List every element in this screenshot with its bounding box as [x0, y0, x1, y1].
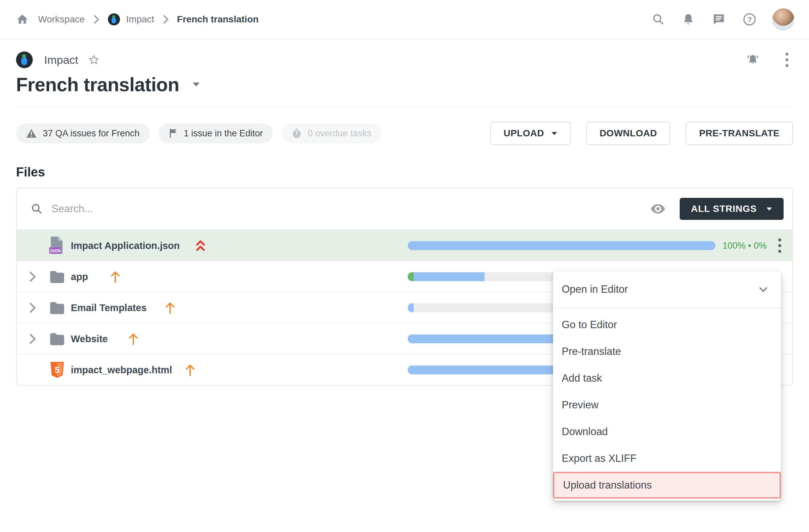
qa-issues-chip[interactable]: 37 QA issues for French — [16, 123, 150, 143]
overdue-tasks-chip-label: 0 overdue tasks — [308, 128, 372, 139]
file-context-menu: Open in Editor Go to Editor Pre-translat… — [553, 271, 781, 501]
file-name: impact_webpage.html — [71, 364, 172, 375]
project-notifications-bell-icon[interactable] — [745, 52, 760, 67]
expand-chevron-icon[interactable] — [28, 271, 36, 283]
menu-item-open-in-editor[interactable]: Open in Editor — [553, 271, 781, 308]
editor-issues-chip[interactable]: 1 issue in the Editor — [158, 123, 273, 143]
progress-bar — [408, 241, 716, 250]
json-file-icon: JSON — [49, 236, 64, 255]
title-caret-icon[interactable] — [192, 82, 200, 87]
chevron-down-icon — [758, 286, 768, 292]
chat-icon[interactable] — [712, 13, 725, 26]
caret-down-icon — [551, 132, 557, 135]
all-strings-filter-button[interactable]: ALL STRINGS — [680, 198, 784, 220]
user-avatar[interactable] — [772, 8, 794, 30]
menu-item-pre-translate[interactable]: Pre-translate — [553, 338, 781, 365]
progress-stats: 100% • 0% — [722, 240, 767, 251]
overdue-tasks-chip: 0 overdue tasks — [282, 123, 382, 143]
search-icon[interactable] — [652, 13, 665, 26]
download-button[interactable]: DOWNLOAD — [586, 122, 670, 145]
editor-issues-chip-label: 1 issue in the Editor — [184, 128, 263, 139]
action-buttons: UPLOAD DOWNLOAD PRE-TRANSLATE — [490, 122, 793, 145]
topbar-icons: ? — [635, 8, 794, 30]
breadcrumb-workspace[interactable]: Workspace — [38, 14, 85, 25]
project-header: Impact — [16, 51, 793, 68]
download-button-label: DOWNLOAD — [600, 128, 657, 139]
menu-item-add-task[interactable]: Add task — [553, 365, 781, 392]
folder-icon — [49, 332, 65, 345]
title-row: French translation — [16, 73, 793, 96]
toolbar: 37 QA issues for French 1 issue in the E… — [16, 122, 793, 145]
svg-text:JSON: JSON — [49, 248, 61, 253]
file-name: Email Templates — [71, 302, 147, 313]
files-heading: Files — [16, 165, 793, 179]
file-name: Impact Application.json — [71, 240, 180, 251]
project-logo-icon — [108, 13, 120, 26]
menu-item-export-as-xliff[interactable]: Export as XLIFF — [553, 445, 781, 472]
expand-chevron-icon[interactable] — [28, 302, 36, 314]
breadcrumb: Workspace Impact French translation — [16, 13, 259, 26]
project-name: Impact — [44, 53, 78, 67]
notifications-bell-icon[interactable] — [682, 13, 695, 26]
star-icon[interactable] — [88, 54, 100, 66]
menu-item-preview[interactable]: Preview — [553, 392, 781, 418]
header-divider — [16, 107, 793, 108]
file-row-impact-application-json[interactable]: JSON Impact Application.json 100% • 0% — [17, 229, 792, 261]
expand-chevron-icon[interactable] — [28, 333, 36, 345]
menu-items: Go to Editor Pre-translate Add task Prev… — [553, 308, 781, 499]
upload-arrow-icon — [185, 364, 196, 376]
chevron-right-icon — [162, 14, 169, 25]
caret-down-icon — [766, 207, 772, 211]
upload-button[interactable]: UPLOAD — [490, 122, 571, 145]
menu-item-go-to-editor[interactable]: Go to Editor — [553, 311, 781, 338]
top-bar: Workspace Impact French translation ? — [0, 0, 809, 39]
qa-issues-chip-label: 37 QA issues for French — [43, 128, 140, 139]
folder-icon — [49, 270, 65, 283]
chevron-right-icon — [93, 14, 100, 25]
menu-item-download[interactable]: Download — [553, 418, 781, 445]
menu-item-upload-translations[interactable]: Upload translations — [553, 472, 781, 499]
home-icon[interactable] — [16, 13, 29, 26]
project-logo[interactable] — [16, 51, 33, 68]
files-search-row: ALL STRINGS — [17, 188, 792, 229]
breadcrumb-current: French translation — [177, 14, 259, 25]
warning-triangle-icon — [26, 128, 37, 138]
upload-arrow-icon — [109, 270, 121, 283]
row-more-kebab-icon[interactable] — [778, 238, 781, 253]
upload-button-label: UPLOAD — [503, 128, 544, 139]
breadcrumb-project[interactable]: Impact — [126, 14, 154, 25]
page-title: French translation — [16, 73, 179, 96]
file-name: app — [71, 271, 88, 282]
files-search-input[interactable] — [51, 203, 650, 215]
svg-text:?: ? — [747, 15, 752, 24]
menu-header-label: Open in Editor — [562, 284, 628, 295]
all-strings-label: ALL STRINGS — [691, 204, 757, 214]
stopwatch-icon — [292, 128, 302, 139]
double-chevron-up-icon — [195, 240, 206, 252]
flag-icon — [168, 128, 178, 139]
project-more-kebab-icon[interactable] — [781, 52, 793, 68]
folder-icon — [49, 302, 65, 314]
status-chips: 37 QA issues for French 1 issue in the E… — [16, 123, 381, 143]
help-icon[interactable]: ? — [743, 13, 756, 26]
upload-arrow-icon — [128, 332, 139, 345]
search-icon — [31, 203, 43, 215]
upload-arrow-icon — [165, 302, 176, 314]
eye-icon[interactable] — [650, 204, 666, 214]
pre-translate-button[interactable]: PRE-TRANSLATE — [686, 122, 793, 145]
pre-translate-button-label: PRE-TRANSLATE — [699, 128, 779, 139]
html-file-icon: 5 — [50, 362, 64, 378]
file-name: Website — [71, 333, 108, 344]
svg-text:5: 5 — [55, 365, 59, 375]
